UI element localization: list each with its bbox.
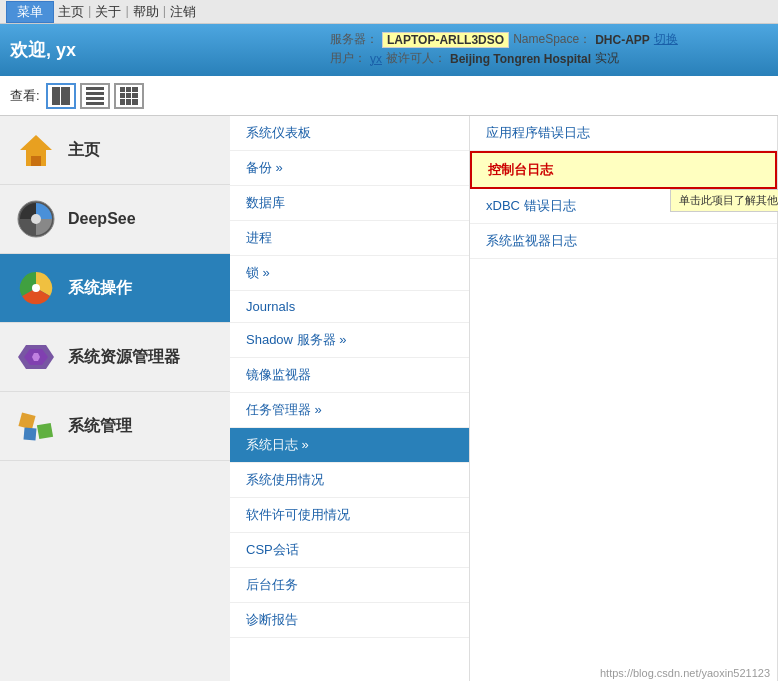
sidebar: 主页 DeepSee 系统操作 (0, 116, 230, 681)
sidebar-item-sysop[interactable]: 系统操作 (0, 254, 230, 323)
view-list-button[interactable] (80, 83, 110, 109)
view-icons (46, 83, 144, 109)
home-icon (16, 130, 56, 170)
right-submenu-item-3[interactable]: 系统监视器日志 (470, 224, 777, 259)
footer: https://blog.csdn.net/yaoxin521123 (600, 667, 770, 679)
nav-home[interactable]: 主页 (58, 3, 84, 21)
center-menu-item-4[interactable]: 锁 » (230, 256, 469, 291)
view-2col-button[interactable] (46, 83, 76, 109)
svg-rect-9 (18, 412, 35, 429)
center-menu-item-2[interactable]: 数据库 (230, 186, 469, 221)
center-menu-item-3[interactable]: 进程 (230, 221, 469, 256)
namespace-value: DHC-APP (595, 33, 650, 47)
top-menu-bar: 菜单 主页 | 关于 | 帮助 | 注销 (0, 0, 778, 24)
center-menu-item-9[interactable]: 系统日志 » (230, 428, 469, 463)
footer-text: https://blog.csdn.net/yaoxin521123 (600, 667, 770, 679)
sysmgr-icon (16, 406, 56, 446)
right-submenu-item-0[interactable]: 应用程序错误日志 (470, 116, 777, 151)
sidebar-item-deepsee[interactable]: DeepSee (0, 185, 230, 254)
sysres-icon (16, 337, 56, 377)
namespace-label: NameSpace： (513, 31, 591, 48)
server-value: LAPTOP-ARLL3DSO (382, 32, 509, 48)
center-menu-item-5[interactable]: Journals (230, 291, 469, 323)
center-menu-item-12[interactable]: CSP会话 (230, 533, 469, 568)
top-menu-links: 主页 | 关于 | 帮助 | 注销 (58, 3, 196, 21)
header-bar: 欢迎, yx 服务器： LAPTOP-ARLL3DSO NameSpace： D… (0, 24, 778, 76)
sidebar-sysres-label: 系统资源管理器 (68, 347, 180, 368)
svg-rect-10 (37, 423, 53, 439)
center-menu-item-0[interactable]: 系统仪表板 (230, 116, 469, 151)
center-menu-item-1[interactable]: 备份 » (230, 151, 469, 186)
nav-about[interactable]: 关于 (95, 3, 121, 21)
switch-namespace-link[interactable]: 切换 (654, 31, 678, 48)
menu-tab[interactable]: 菜单 (6, 1, 54, 23)
svg-rect-11 (23, 427, 36, 440)
user-value[interactable]: yx (370, 52, 382, 66)
center-menu-item-14[interactable]: 诊断报告 (230, 603, 469, 638)
view-grid-button[interactable] (114, 83, 144, 109)
center-menu-item-8[interactable]: 任务管理器 » (230, 393, 469, 428)
tooltip-2: 单击此项目了解其他选项或详情. (670, 189, 778, 212)
hospital-value: Beijing Tongren Hospital (450, 52, 591, 66)
right-submenu-item-1[interactable]: 控制台日志 (470, 151, 777, 189)
center-menu-item-13[interactable]: 后台任务 (230, 568, 469, 603)
server-label: 服务器： (330, 31, 378, 48)
center-menu: 系统仪表板备份 »数据库进程锁 »JournalsShadow 服务器 »镜像监… (230, 116, 470, 681)
svg-point-3 (31, 214, 41, 224)
view-bar: 查看: (0, 76, 778, 116)
extra-label: 实况 (595, 50, 619, 67)
sidebar-item-sysres[interactable]: 系统资源管理器 (0, 323, 230, 392)
sidebar-deepsee-label: DeepSee (68, 210, 136, 228)
sidebar-home-label: 主页 (68, 140, 100, 161)
svg-rect-1 (31, 156, 41, 166)
sysop-icon (16, 268, 56, 308)
svg-point-5 (32, 284, 40, 292)
server-info: 服务器： LAPTOP-ARLL3DSO NameSpace： DHC-APP … (330, 31, 678, 69)
sidebar-item-sysmgr[interactable]: 系统管理 (0, 392, 230, 461)
right-submenu: 应用程序错误日志控制台日志xDBC 错误日志单击此项目了解其他选项或详情.系统监… (470, 116, 778, 681)
user-label: 用户： (330, 50, 366, 67)
center-menu-item-11[interactable]: 软件许可使用情况 (230, 498, 469, 533)
deepsee-icon (16, 199, 56, 239)
welcome-text: 欢迎, yx (10, 38, 330, 62)
center-menu-item-10[interactable]: 系统使用情况 (230, 463, 469, 498)
sep2: | (125, 3, 128, 21)
main-content: 主页 DeepSee 系统操作 (0, 116, 778, 681)
center-menu-item-6[interactable]: Shadow 服务器 » (230, 323, 469, 358)
right-submenu-item-2[interactable]: xDBC 错误日志单击此项目了解其他选项或详情. (470, 189, 777, 224)
server-row: 服务器： LAPTOP-ARLL3DSO NameSpace： DHC-APP … (330, 31, 678, 48)
user-row: 用户： yx 被许可人： Beijing Tongren Hospital 实况 (330, 50, 678, 67)
sidebar-sysop-label: 系统操作 (68, 278, 132, 299)
permitted-label: 被许可人： (386, 50, 446, 67)
sep3: | (163, 3, 166, 21)
nav-logout[interactable]: 注销 (170, 3, 196, 21)
sep1: | (88, 3, 91, 21)
center-menu-item-7[interactable]: 镜像监视器 (230, 358, 469, 393)
nav-help[interactable]: 帮助 (133, 3, 159, 21)
view-label: 查看: (10, 87, 40, 105)
sidebar-sysmgr-label: 系统管理 (68, 416, 132, 437)
sidebar-item-home[interactable]: 主页 (0, 116, 230, 185)
